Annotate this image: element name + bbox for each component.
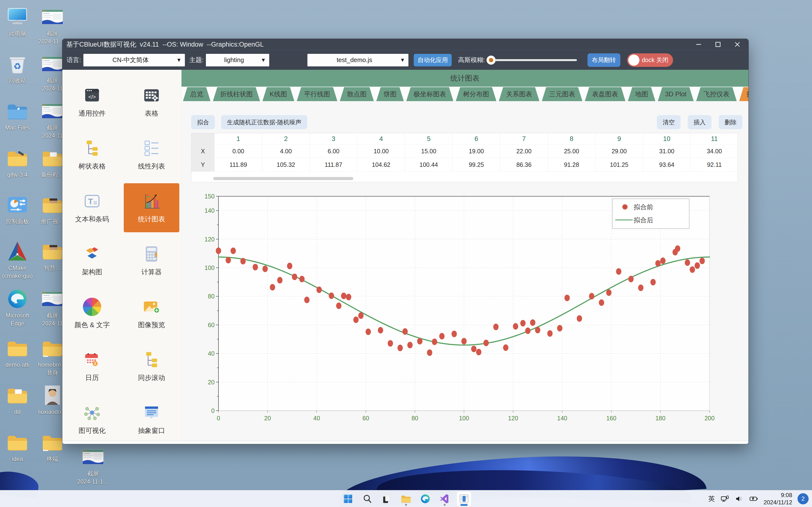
list-blue-icon <box>142 139 161 157</box>
tab-树分布图[interactable]: 树分布图 <box>456 87 496 101</box>
table-cell-X-9[interactable]: 29.00 <box>595 145 643 158</box>
display-cast-icon[interactable] <box>720 494 729 503</box>
table-cell-X-4[interactable]: 10.00 <box>357 145 405 158</box>
desktop-icon-microsoft[interactable]: MicrosoftEdge <box>0 287 34 327</box>
sidebar-item-图可视化[interactable]: 图可视化 <box>64 395 120 444</box>
tab-极坐标图表[interactable]: 极坐标图表 <box>406 87 453 101</box>
table-cell-X-1[interactable]: 0.00 <box>214 145 262 158</box>
table-cell-X-10[interactable]: 31.00 <box>643 145 691 158</box>
tab-表盘图表[interactable]: 表盘图表 <box>585 87 625 101</box>
table-cell-Y-1[interactable]: 111.89 <box>214 158 262 171</box>
table-cell-Y-10[interactable]: 93.64 <box>643 158 691 171</box>
input-language-indicator[interactable]: 英 <box>708 495 715 503</box>
slider-knob[interactable] <box>487 56 496 65</box>
table-cell-Y-8[interactable]: 91.28 <box>548 158 595 171</box>
tab-散点图[interactable]: 散点图 <box>340 87 374 101</box>
sidebar-item-架构图[interactable]: 架构图 <box>64 236 120 285</box>
sidebar-item-颜色-文字[interactable]: 颜色 & 文字 <box>64 289 120 338</box>
sidebar-item-抽象窗口[interactable]: 抽象窗口 <box>124 395 179 444</box>
taskbar-cblueui-app-button[interactable] <box>457 491 471 506</box>
tab-总览[interactable]: 总览 <box>183 87 210 101</box>
clock[interactable]: 9:08 2024/11/12 <box>764 492 792 506</box>
taskbar-edge-button[interactable] <box>418 491 433 506</box>
sidebar-item-通用控件[interactable]: </>通用控件 <box>64 77 120 126</box>
sidebar-item-图像预览[interactable]: 图像预览 <box>124 289 179 338</box>
拟合-button[interactable]: 拟合 <box>191 115 215 129</box>
table-cell-X-5[interactable]: 15.00 <box>405 145 452 158</box>
taskbar-taskview-button[interactable] <box>379 491 394 506</box>
maximize-button[interactable] <box>713 40 723 49</box>
close-button[interactable] <box>732 40 742 49</box>
toolbar: 语言: CN-中文简体 ▼ 主题: lighting ▼ test_demo.j… <box>62 50 749 70</box>
sidebar-item-树状表格[interactable]: 树状表格 <box>64 130 120 179</box>
sidebar-item-线性列表[interactable]: 线性列表 <box>124 130 179 179</box>
flip-layout-button[interactable]: 布局翻转 <box>588 53 620 67</box>
horizontal-scrollbar[interactable] <box>213 177 353 180</box>
table-cell-Y-5[interactable]: 100.44 <box>405 158 452 171</box>
table-cell-Y-2[interactable]: 105.32 <box>262 158 310 171</box>
taskbar-explorer-button[interactable] <box>399 491 413 506</box>
calendar-icon: 5 <box>83 350 101 369</box>
table-cell-X-6[interactable]: 19.00 <box>452 145 500 158</box>
table-cell-X-2[interactable]: 4.00 <box>262 145 310 158</box>
table-cell-Y-11[interactable]: 92.11 <box>691 158 738 171</box>
minimize-button[interactable] <box>694 40 704 49</box>
table-cell-Y-7[interactable]: 86.36 <box>500 158 548 171</box>
tab-饼图[interactable]: 饼图 <box>376 87 404 101</box>
table-cell-Y-9[interactable]: 101.25 <box>595 158 643 171</box>
删除-button[interactable]: 删除 <box>719 115 743 129</box>
tab-地图[interactable]: 地图 <box>628 87 655 101</box>
desktop-icon-demo-atti[interactable]: demo-atti <box>0 337 34 369</box>
table-cell-X-3[interactable]: 6.00 <box>310 145 357 158</box>
sidebar-item-日历[interactable]: 5日历 <box>64 342 120 391</box>
taskbar-start-button[interactable] <box>341 491 355 506</box>
sidebar-item-文本和条码[interactable]: T文本和条码 <box>64 183 120 232</box>
tab-飞控仪表[interactable]: 飞控仪表 <box>696 87 737 101</box>
table-cell-X-8[interactable]: 25.00 <box>548 145 595 158</box>
taskbar-visual-studio-button[interactable] <box>437 491 452 506</box>
dock-toggle[interactable]: dock 关闭 <box>627 53 673 67</box>
sidebar-item-表格[interactable]: 表格 <box>124 77 179 126</box>
sidebar-item-统计图表[interactable]: 统计图表 <box>124 183 179 232</box>
notification-badge[interactable]: 2 <box>798 493 809 504</box>
table-cell-Y-3[interactable]: 111.87 <box>310 158 357 171</box>
titlebar[interactable]: 基于CBlueUI数据可视化 v24.11 --OS: Window --Gra… <box>62 39 749 50</box>
script-select[interactable]: test_demo.js ▼ <box>307 54 408 66</box>
desktop-icon-控制面板[interactable]: 控制面板 <box>0 193 34 225</box>
tab-3d-plot[interactable]: 3D Plot <box>658 87 694 101</box>
sidebar-item-计算器[interactable]: 计算器 <box>124 236 179 285</box>
desktop-icon-glfw-3-4[interactable]: glfw-3.4 <box>0 147 34 179</box>
清空-button[interactable]: 清空 <box>657 115 680 129</box>
desktop-icon-idea[interactable]: idea <box>0 431 34 463</box>
auto-apply-button[interactable]: 自动化应用 <box>414 54 452 66</box>
table-cell-X-11[interactable]: 34.00 <box>691 145 738 158</box>
tab-折线柱状图[interactable]: 折线柱状图 <box>213 87 260 101</box>
volume-icon[interactable] <box>735 494 744 503</box>
sidebar-item-同步滚动[interactable]: 同步滚动 <box>124 342 179 391</box>
插入-button[interactable]: 插入 <box>688 115 711 129</box>
desktop-icon-dd[interactable]: dd <box>0 384 34 416</box>
desktop-icon-mac-files[interactable]: Mac Files <box>0 100 34 131</box>
tab-平行线图[interactable]: 平行线图 <box>297 87 337 101</box>
table-cell-Y-4[interactable]: 104.62 <box>357 158 405 171</box>
desktop-icon-截屏[interactable]: 截屏2024-11-1… <box>76 445 110 486</box>
sidebar-item-label: 文本和条码 <box>75 215 109 224</box>
tab-关系图表[interactable]: 关系图表 <box>499 87 540 101</box>
desktop-icon-回收站[interactable]: ♻回收站 <box>0 52 34 84</box>
table-cell-X-7[interactable]: 22.00 <box>500 145 548 158</box>
theme-select[interactable]: lighting ▼ <box>206 54 269 66</box>
folder-doc-icon <box>6 384 29 407</box>
svg-text:0: 0 <box>217 415 220 421</box>
battery-icon[interactable] <box>749 494 758 503</box>
language-select[interactable]: CN-中文简体 ▼ <box>83 54 185 66</box>
taskbar-search-button[interactable] <box>360 491 375 506</box>
tab-拟合[interactable]: 拟合 <box>739 87 749 101</box>
tab-三元图表[interactable]: 三元图表 <box>542 87 582 101</box>
gaussian-blur-slider[interactable] <box>488 59 577 61</box>
folder-icon <box>6 431 29 454</box>
tab-k线图[interactable]: K线图 <box>262 87 294 101</box>
desktop-icon-此电脑[interactable]: 此电脑 <box>0 5 34 38</box>
生成随机正弦数据-随机噪声-button[interactable]: 生成随机正弦数据-随机噪声 <box>221 115 307 129</box>
table-cell-Y-6[interactable]: 99.25 <box>452 158 500 171</box>
desktop-icon-cmake[interactable]: CMake(cmake-gui) <box>0 240 34 280</box>
